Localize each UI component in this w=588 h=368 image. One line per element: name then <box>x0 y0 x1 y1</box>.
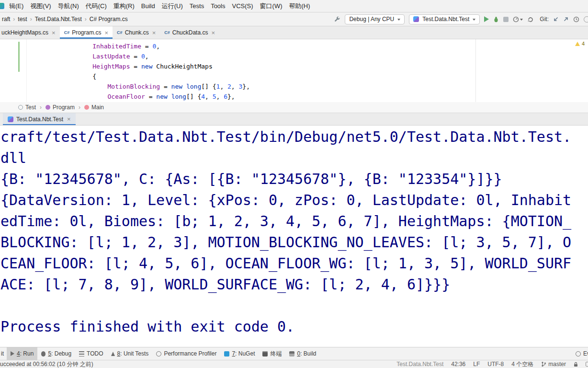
cut-off-toolbar-icon[interactable] <box>584 16 588 23</box>
breadcrumb-separator: › <box>11 16 17 23</box>
menu-item[interactable]: 运行(U) <box>158 0 186 12</box>
tab-label: ChuckData.cs <box>172 29 208 36</box>
close-icon[interactable]: × <box>67 115 71 123</box>
profiler-button[interactable] <box>513 16 523 23</box>
git-update-icon[interactable] <box>553 16 559 22</box>
code-token: 4 <box>201 93 205 100</box>
lock-icon[interactable] <box>574 362 578 367</box>
editor-tab[interactable]: uckHeightMaps.cs× <box>0 26 60 39</box>
line-separator-widget[interactable]: LF <box>473 361 480 368</box>
close-icon[interactable]: × <box>211 29 215 36</box>
tool-window-label: Performance Profiler <box>164 350 216 357</box>
menu-item[interactable]: 窗口(W) <box>257 0 286 12</box>
run-console-output[interactable]: craft/test/Test.Data.Nbt.Test/bin/Debug/… <box>0 126 588 347</box>
tool-window-button-performance-profiler[interactable]: Performance Profiler <box>152 347 220 360</box>
code-token: HeightMaps <box>92 63 130 70</box>
history-clock-icon[interactable] <box>573 16 579 23</box>
run-config-dropdown[interactable]: Test.Data.Nbt.Test <box>409 14 480 24</box>
menu-item[interactable]: 辑(E) <box>6 0 27 12</box>
encoding-widget[interactable]: UTF-8 <box>487 361 504 368</box>
cut-off-status-icon[interactable] <box>586 362 588 367</box>
toolbar-controls: Debug | Any CPU Test.Data.Nbt.Test Git: <box>334 14 585 24</box>
code-token: , <box>156 43 160 50</box>
code-token: }, <box>227 93 235 100</box>
breadcrumb-item[interactable]: Test.Data.Nbt.Test <box>34 15 83 23</box>
code-token: 5 <box>213 93 216 100</box>
tool-window-button-commit-cut[interactable]: it <box>1 347 7 360</box>
tool-window-bar: it 4: Run5: DebugTODO8: Unit TestsPerfor… <box>0 347 588 360</box>
caret-position-widget[interactable]: 42:36 <box>451 361 465 368</box>
rerun-icon[interactable] <box>527 16 533 23</box>
tool-window-button-terminal[interactable]: 终端 <box>259 347 285 360</box>
inspection-warnings-badge[interactable]: 4 <box>575 41 585 46</box>
todo-icon <box>79 351 84 356</box>
code-token: { <box>33 73 96 80</box>
breadcrumb-item[interactable]: Main <box>83 104 105 111</box>
menu-item[interactable]: Tests <box>186 0 207 12</box>
git-branch-widget[interactable]: master <box>541 361 566 368</box>
close-icon[interactable]: × <box>152 29 156 36</box>
breadcrumb-item[interactable]: Program <box>45 104 76 111</box>
code-token: = <box>130 63 141 70</box>
menu-item[interactable]: 重构(R) <box>110 0 138 12</box>
tool-window-button-event-log[interactable]: Ev <box>576 347 588 360</box>
menu-item[interactable]: Tools <box>207 0 228 12</box>
run-button[interactable] <box>484 16 489 22</box>
breadcrumb-separator: › <box>76 104 83 111</box>
tool-window-buttons: 4: Run5: DebugTODO8: Unit TestsPerforman… <box>7 347 320 360</box>
tool-window-label: 5: Debug <box>48 350 71 357</box>
tool-window-button-build[interactable]: 0: Build <box>285 347 320 360</box>
git-push-icon[interactable] <box>563 16 569 22</box>
indent-style-widget[interactable]: 4 个空格 <box>511 360 533 368</box>
breadcrumb-label: Main <box>91 104 104 111</box>
tool-window-button-debug[interactable]: 5: Debug <box>37 347 75 360</box>
tool-window-button-run[interactable]: 4: Run <box>7 347 37 360</box>
tool-window-button-nuget[interactable]: 7: NuGet <box>220 347 259 360</box>
code-token <box>33 83 108 90</box>
unit-tests-icon <box>111 352 115 356</box>
menu-item[interactable]: VCS(S) <box>229 0 257 12</box>
menu-item[interactable]: 视图(V) <box>27 0 54 12</box>
menu-item[interactable]: 导航(N) <box>55 0 82 12</box>
editor-tab[interactable]: C#Program.cs× <box>60 26 113 39</box>
code-token <box>33 63 92 70</box>
code-token: new <box>141 63 152 70</box>
tool-window-label: 4: Run <box>17 350 34 357</box>
stop-button[interactable] <box>503 17 509 22</box>
breadcrumb-item[interactable]: C# Program.cs <box>89 15 129 23</box>
code-token: [] { <box>201 83 216 90</box>
close-icon[interactable]: × <box>105 29 109 36</box>
code-token: , <box>145 53 149 60</box>
breadcrumb-item[interactable]: Test <box>17 104 37 111</box>
build-status-message[interactable]: ucceeded at 00:56:02 (10 分钟 之前) <box>0 360 93 368</box>
code-token: 6 <box>224 93 227 100</box>
code-token: , <box>205 93 213 100</box>
wrench-icon[interactable] <box>334 16 340 23</box>
code-token: new <box>171 83 182 90</box>
breadcrumb-separator: › <box>83 16 89 23</box>
breadcrumb-item[interactable]: raft <box>1 15 11 23</box>
code-token: ChuckHeightMaps <box>152 63 212 70</box>
menu-item[interactable]: Build <box>138 0 158 12</box>
breadcrumb-item[interactable]: test <box>17 15 28 23</box>
code-area[interactable]: InhabitedTime = 0, LastUpdate = 0, Heigh… <box>27 41 588 102</box>
close-icon[interactable]: × <box>52 29 56 36</box>
tool-window-label: 8: Unit Tests <box>117 350 149 357</box>
code-token: }, <box>242 83 250 90</box>
tool-window-button-unit-tests[interactable]: 8: Unit Tests <box>107 347 153 360</box>
menu-item[interactable]: 代码(C) <box>82 0 110 12</box>
run-panel-tab[interactable]: Test.Data.Nbt.Test × <box>3 113 76 125</box>
method-icon <box>84 105 89 110</box>
debug-button[interactable] <box>493 16 499 23</box>
menu-item[interactable]: 帮助(H) <box>286 0 314 12</box>
code-editor[interactable]: InhabitedTime = 0, LastUpdate = 0, Heigh… <box>0 39 588 102</box>
solution-config-dropdown[interactable]: Debug | Any CPU <box>345 14 405 24</box>
tab-label: uckHeightMaps.cs <box>1 29 48 36</box>
editor-tab[interactable]: C#ChuckData.cs× <box>160 26 219 39</box>
vcs-change-marker[interactable] <box>18 42 20 72</box>
code-token <box>33 93 108 100</box>
tool-window-button-todo[interactable]: TODO <box>75 347 107 360</box>
tab-label: Chunk.cs <box>125 29 149 36</box>
editor-tab[interactable]: C#Chunk.cs× <box>113 26 160 39</box>
console-line: dll <box>0 148 588 169</box>
